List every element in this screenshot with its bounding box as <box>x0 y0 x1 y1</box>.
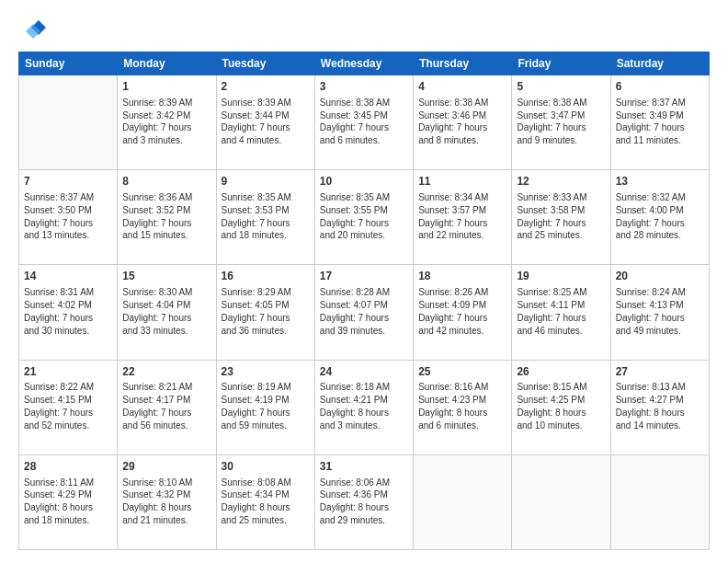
day-info: Sunrise: 8:38 AM Sunset: 3:45 PM Dayligh… <box>320 97 408 147</box>
day-info: Sunrise: 8:36 AM Sunset: 3:52 PM Dayligh… <box>122 191 210 242</box>
day-info: Sunrise: 8:32 AM Sunset: 4:00 PM Dayligh… <box>616 191 704 242</box>
day-info: Sunrise: 8:31 AM Sunset: 4:02 PM Dayligh… <box>24 286 112 337</box>
day-number: 9 <box>222 174 310 190</box>
calendar-header-row: SundayMondayTuesdayWednesdayThursdayFrid… <box>19 52 710 75</box>
day-info: Sunrise: 8:15 AM Sunset: 4:25 PM Dayligh… <box>517 381 605 431</box>
day-number: 6 <box>616 79 704 95</box>
day-number: 27 <box>616 364 704 380</box>
day-number: 31 <box>320 459 408 475</box>
day-info: Sunrise: 8:34 AM Sunset: 3:57 PM Dayligh… <box>418 191 506 242</box>
calendar-day-cell: 1Sunrise: 8:39 AM Sunset: 3:42 PM Daylig… <box>118 75 216 170</box>
day-info: Sunrise: 8:35 AM Sunset: 3:55 PM Dayligh… <box>320 191 408 242</box>
day-number: 29 <box>122 459 210 475</box>
calendar-week-row: 14Sunrise: 8:31 AM Sunset: 4:02 PM Dayli… <box>19 265 710 360</box>
calendar-day-cell: 14Sunrise: 8:31 AM Sunset: 4:02 PM Dayli… <box>19 265 118 360</box>
calendar-empty-cell <box>512 454 610 549</box>
calendar-day-header: Saturday <box>610 52 709 75</box>
day-info: Sunrise: 8:26 AM Sunset: 4:09 PM Dayligh… <box>418 286 506 337</box>
day-number: 14 <box>24 269 112 284</box>
day-info: Sunrise: 8:25 AM Sunset: 4:11 PM Dayligh… <box>517 286 605 337</box>
calendar-day-cell: 23Sunrise: 8:19 AM Sunset: 4:19 PM Dayli… <box>216 360 314 454</box>
calendar-day-cell: 6Sunrise: 8:37 AM Sunset: 3:49 PM Daylig… <box>610 75 709 170</box>
day-number: 28 <box>24 459 112 475</box>
day-number: 25 <box>418 364 506 380</box>
day-info: Sunrise: 8:19 AM Sunset: 4:19 PM Dayligh… <box>222 381 310 431</box>
day-number: 21 <box>24 364 112 380</box>
calendar-week-row: 21Sunrise: 8:22 AM Sunset: 4:15 PM Dayli… <box>19 360 710 454</box>
day-info: Sunrise: 8:10 AM Sunset: 4:32 PM Dayligh… <box>122 477 210 527</box>
day-info: Sunrise: 8:08 AM Sunset: 4:34 PM Dayligh… <box>222 477 310 527</box>
calendar-day-cell: 26Sunrise: 8:15 AM Sunset: 4:25 PM Dayli… <box>512 360 610 454</box>
day-info: Sunrise: 8:24 AM Sunset: 4:13 PM Dayligh… <box>616 286 704 337</box>
calendar-day-header: Sunday <box>19 52 118 75</box>
calendar-day-cell: 25Sunrise: 8:16 AM Sunset: 4:23 PM Dayli… <box>414 360 512 454</box>
calendar-day-cell: 15Sunrise: 8:30 AM Sunset: 4:04 PM Dayli… <box>118 265 216 360</box>
calendar-day-cell: 9Sunrise: 8:35 AM Sunset: 3:53 PM Daylig… <box>216 170 314 265</box>
calendar-day-cell: 31Sunrise: 8:06 AM Sunset: 4:36 PM Dayli… <box>314 454 413 549</box>
calendar-week-row: 28Sunrise: 8:11 AM Sunset: 4:29 PM Dayli… <box>19 454 710 549</box>
calendar-day-cell: 28Sunrise: 8:11 AM Sunset: 4:29 PM Dayli… <box>19 454 118 549</box>
day-number: 12 <box>517 174 605 190</box>
calendar-day-header: Thursday <box>414 52 512 75</box>
day-info: Sunrise: 8:06 AM Sunset: 4:36 PM Dayligh… <box>320 477 408 527</box>
calendar-empty-cell <box>19 75 118 170</box>
calendar-empty-cell <box>610 454 709 549</box>
day-number: 22 <box>122 364 210 380</box>
page: SundayMondayTuesdayWednesdayThursdayFrid… <box>0 0 728 563</box>
day-number: 20 <box>616 269 704 284</box>
day-number: 8 <box>122 174 210 190</box>
day-info: Sunrise: 8:28 AM Sunset: 4:07 PM Dayligh… <box>320 286 408 337</box>
calendar-day-cell: 4Sunrise: 8:38 AM Sunset: 3:46 PM Daylig… <box>414 75 512 170</box>
calendar-day-cell: 16Sunrise: 8:29 AM Sunset: 4:05 PM Dayli… <box>216 265 314 360</box>
calendar-day-cell: 8Sunrise: 8:36 AM Sunset: 3:52 PM Daylig… <box>118 170 216 265</box>
day-info: Sunrise: 8:39 AM Sunset: 3:44 PM Dayligh… <box>222 97 310 147</box>
day-number: 13 <box>616 174 704 190</box>
calendar-week-row: 7Sunrise: 8:37 AM Sunset: 3:50 PM Daylig… <box>19 170 710 265</box>
day-info: Sunrise: 8:29 AM Sunset: 4:05 PM Dayligh… <box>222 286 310 337</box>
calendar-day-cell: 13Sunrise: 8:32 AM Sunset: 4:00 PM Dayli… <box>610 170 709 265</box>
calendar-day-header: Tuesday <box>216 52 314 75</box>
calendar-day-cell: 22Sunrise: 8:21 AM Sunset: 4:17 PM Dayli… <box>118 360 216 454</box>
day-info: Sunrise: 8:39 AM Sunset: 3:42 PM Dayligh… <box>122 97 210 147</box>
day-info: Sunrise: 8:38 AM Sunset: 3:46 PM Dayligh… <box>418 97 506 147</box>
day-info: Sunrise: 8:18 AM Sunset: 4:21 PM Dayligh… <box>320 381 408 431</box>
calendar-week-row: 1Sunrise: 8:39 AM Sunset: 3:42 PM Daylig… <box>19 75 710 170</box>
day-info: Sunrise: 8:37 AM Sunset: 3:49 PM Dayligh… <box>616 97 704 147</box>
day-number: 2 <box>222 79 310 95</box>
day-info: Sunrise: 8:13 AM Sunset: 4:27 PM Dayligh… <box>616 381 704 431</box>
day-info: Sunrise: 8:38 AM Sunset: 3:47 PM Dayligh… <box>517 97 605 147</box>
logo <box>18 17 50 42</box>
calendar-table: SundayMondayTuesdayWednesdayThursdayFrid… <box>18 52 710 550</box>
day-number: 23 <box>222 364 310 380</box>
day-number: 30 <box>222 459 310 475</box>
day-info: Sunrise: 8:33 AM Sunset: 3:58 PM Dayligh… <box>517 191 605 242</box>
calendar-day-header: Wednesday <box>314 52 413 75</box>
calendar-day-cell: 5Sunrise: 8:38 AM Sunset: 3:47 PM Daylig… <box>512 75 610 170</box>
day-info: Sunrise: 8:30 AM Sunset: 4:04 PM Dayligh… <box>122 286 210 337</box>
day-number: 10 <box>320 174 408 190</box>
day-number: 3 <box>320 79 408 95</box>
day-number: 26 <box>517 364 605 380</box>
day-number: 17 <box>320 269 408 284</box>
day-number: 1 <box>122 79 210 95</box>
day-info: Sunrise: 8:21 AM Sunset: 4:17 PM Dayligh… <box>122 381 210 431</box>
calendar-day-cell: 11Sunrise: 8:34 AM Sunset: 3:57 PM Dayli… <box>414 170 512 265</box>
calendar-day-cell: 12Sunrise: 8:33 AM Sunset: 3:58 PM Dayli… <box>512 170 610 265</box>
calendar-day-cell: 20Sunrise: 8:24 AM Sunset: 4:13 PM Dayli… <box>610 265 709 360</box>
calendar-day-header: Monday <box>118 52 216 75</box>
calendar-day-cell: 7Sunrise: 8:37 AM Sunset: 3:50 PM Daylig… <box>19 170 118 265</box>
day-number: 16 <box>222 269 310 284</box>
calendar-day-cell: 19Sunrise: 8:25 AM Sunset: 4:11 PM Dayli… <box>512 265 610 360</box>
calendar-day-cell: 21Sunrise: 8:22 AM Sunset: 4:15 PM Dayli… <box>19 360 118 454</box>
calendar-day-cell: 24Sunrise: 8:18 AM Sunset: 4:21 PM Dayli… <box>314 360 413 454</box>
day-info: Sunrise: 8:11 AM Sunset: 4:29 PM Dayligh… <box>24 477 112 527</box>
day-number: 4 <box>418 79 506 95</box>
calendar-day-cell: 10Sunrise: 8:35 AM Sunset: 3:55 PM Dayli… <box>314 170 413 265</box>
day-number: 24 <box>320 364 408 380</box>
calendar-day-cell: 18Sunrise: 8:26 AM Sunset: 4:09 PM Dayli… <box>414 265 512 360</box>
day-number: 11 <box>418 174 506 190</box>
logo-icon <box>20 17 46 42</box>
calendar-empty-cell <box>414 454 512 549</box>
day-number: 18 <box>418 269 506 284</box>
calendar-day-cell: 27Sunrise: 8:13 AM Sunset: 4:27 PM Dayli… <box>610 360 709 454</box>
